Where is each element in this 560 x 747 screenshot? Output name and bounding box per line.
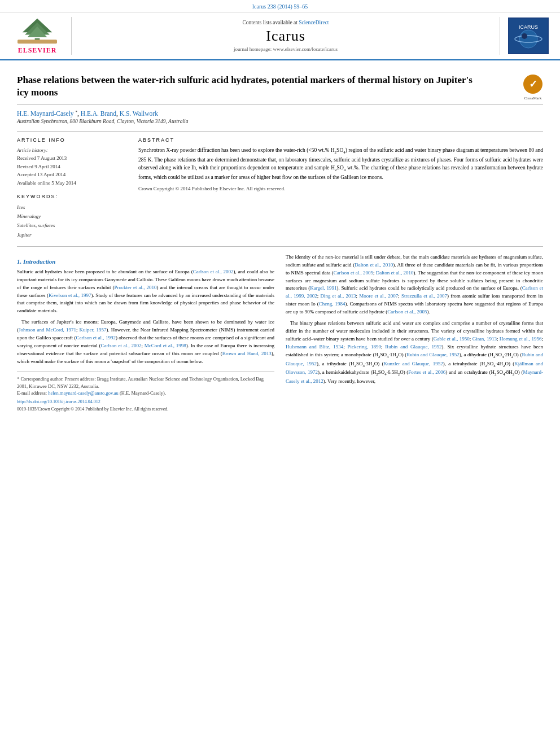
ref-dalton2010b[interactable]: Dalton et al., 2010: [376, 270, 414, 276]
ref-hulsmann1934[interactable]: Hulsmann and Blitz, 1934: [286, 344, 343, 350]
author-link-maynard-casely[interactable]: H.E. Maynard-Casely: [17, 110, 74, 117]
crossmark-label: CrossMark: [523, 96, 543, 101]
icarus-logo-icon: ICARUS: [508, 18, 549, 54]
contents-line: Contents lists available at ScienceDirec…: [242, 20, 329, 25]
available-date: Available online 5 May 2014: [17, 179, 127, 187]
ref-johnson1971[interactable]: Johnson and McCord, 1971: [19, 327, 76, 333]
ref-rubin1952b[interactable]: Rubin and Glauque, 1952: [406, 352, 459, 357]
ref-kuiper1957[interactable]: Kuiper, 1957: [79, 327, 106, 333]
right-col-text: The identity of the non-ice material is …: [286, 254, 543, 386]
ref-giran1913[interactable]: Giran, 1913: [473, 336, 497, 342]
ref-rubin1952[interactable]: Rubin and Glauque, 1952: [385, 344, 441, 350]
keywords-label: Keywords:: [17, 194, 127, 199]
svg-text:✓: ✓: [529, 78, 537, 90]
ref-hornung1956[interactable]: Hornung et al., 1956: [500, 336, 542, 342]
journal-name: Icarus: [266, 28, 305, 45]
footer-doi: http://dx.doi.org/10.1016/j.icarus.2014.…: [17, 399, 274, 404]
affiliation-line: Australian Synchrotron, 800 Blackburn Ro…: [17, 119, 543, 124]
ref-carlson2002[interactable]: Carlson et al., 2002: [193, 269, 234, 274]
received-date: Received 7 August 2013: [17, 154, 127, 162]
page-container: Icarus 238 (2014) 59–65 ELSEVIER Content…: [0, 0, 560, 747]
abstract-text: Synchrotron X-ray powder diffraction has…: [138, 146, 543, 193]
ref-kargel1991[interactable]: Kargel, 1991: [310, 285, 336, 291]
right-para1: The identity of the non-ice material is …: [286, 254, 543, 317]
footnote-email: E-mail address: helen.maynard-casely@ans…: [17, 390, 274, 397]
section1-heading: 1. Introduction: [17, 258, 274, 265]
abstract-label: ABSTRACT: [138, 137, 543, 143]
elsevier-tree-icon: [18, 17, 57, 45]
ref-carlson1992[interactable]: Carlson et al., 1992: [76, 335, 116, 340]
body-divider: [17, 246, 543, 247]
doi-link[interactable]: http://dx.doi.org/10.1016/j.icarus.2014.…: [17, 399, 100, 404]
history-label: Article history:: [17, 146, 127, 154]
ref-carlson2002b[interactable]: Carlson et al., 2002: [101, 343, 142, 348]
author-link-brand[interactable]: H.E.A. Brand: [81, 110, 116, 117]
intro-para2: The surfaces of Jupiter's ice moons; Eur…: [17, 318, 274, 366]
ref-cheng1984[interactable]: Cheng, 1984: [319, 301, 345, 307]
ref-kivelson1997[interactable]: Kivelson et al., 1997: [49, 292, 91, 298]
copyright-line: Crown Copyright © 2014 Published by Else…: [138, 185, 543, 193]
abstract-col: ABSTRACT Synchrotron X-ray powder diffra…: [138, 137, 543, 239]
ref-carlson2005[interactable]: Carlson et al., 2005: [334, 270, 373, 276]
article-info-col: ARTICLE INFO Article history: Received 7…: [17, 137, 127, 239]
authors-line: H.E. Maynard-Casely *, H.E.A. Brand, K.S…: [17, 110, 543, 117]
footnote-area: * Corresponding author. Present address:…: [17, 372, 274, 397]
ref-brown2013[interactable]: Brown and Hand, 2013: [222, 351, 272, 356]
keyword-satellites: Satellites, surfaces: [17, 221, 127, 230]
article-title: Phase relations between the water-rich s…: [17, 74, 480, 99]
elsevier-logo: ELSEVIER: [9, 17, 65, 55]
section1-text: Sulfuric acid hydrates have been propose…: [17, 268, 274, 366]
svg-point-10: [522, 33, 527, 39]
journal-header: ELSEVIER Contents lists available at Sci…: [0, 12, 560, 60]
ref-ding2013[interactable]: Ding et al., 2013: [320, 293, 356, 299]
article-body: Phase relations between the water-rich s…: [0, 60, 560, 417]
main-left-col: 1. Introduction Sulfuric acid hydrates h…: [17, 254, 274, 412]
crossmark-icon: ✓: [523, 74, 543, 94]
keyword-list: Ices Mineralogy Satellites, surfaces Jup…: [17, 203, 127, 239]
ref-gable1950[interactable]: Gable et al., 1950: [434, 336, 470, 342]
keyword-mineralogy: Mineralogy: [17, 212, 127, 221]
accepted-date: Accepted 13 April 2014: [17, 171, 127, 178]
ref-pickering1890[interactable]: Pickering, 1890: [347, 344, 381, 350]
journal-citation: Icarus 238 (2014) 59–65: [252, 3, 308, 10]
keywords-section: Keywords: Ices Mineralogy Satellites, su…: [17, 194, 127, 239]
main-right-col: The identity of the non-ice material is …: [286, 254, 543, 412]
ref-dalton2010[interactable]: Dalton et al., 2010: [355, 262, 393, 268]
and-conjunction: and: [449, 369, 456, 375]
ref-moore2007[interactable]: Moore et al., 2007: [359, 293, 398, 299]
svg-point-8: [519, 30, 537, 48]
ref-mccord1998[interactable]: McCord et al., 1998: [145, 343, 186, 348]
journal-title-area: Contents lists available at ScienceDirec…: [71, 17, 500, 55]
ref-kunzler1952[interactable]: Kunzler and Glauque, 1952: [383, 361, 443, 366]
crossmark-badge: ✓ CrossMark: [523, 74, 543, 94]
ref-fortes2006[interactable]: Fortes et al., 2006: [408, 369, 445, 375]
ref-prockter2010[interactable]: Prockter et al., 2010: [114, 285, 156, 290]
revised-date: Revised 9 April 2014: [17, 163, 127, 171]
top-bar: Icarus 238 (2014) 59–65: [0, 0, 560, 12]
article-history: Article history: Received 7 August 2013 …: [17, 146, 127, 187]
author-link-wallwork[interactable]: K.S. Wallwork: [120, 110, 158, 117]
footnote-star: * Corresponding author. Present address:…: [17, 375, 274, 390]
ref-carlson2005b[interactable]: Carlson et al., 2005: [387, 309, 427, 314]
keyword-ices: Ices: [17, 203, 127, 212]
email-link[interactable]: helen.maynard-casely@ansto.gov.au: [48, 390, 119, 396]
main-body-content: 1. Introduction Sulfuric acid hydrates h…: [17, 254, 543, 412]
right-para2: The binary phase relations between sulfu…: [286, 320, 543, 386]
footer-issn: 0019-1035/Crown Copyright © 2014 Publish…: [17, 407, 274, 412]
article-title-section: Phase relations between the water-rich s…: [17, 66, 543, 105]
svg-text:ICARUS: ICARUS: [519, 24, 538, 30]
journal-homepage: journal homepage: www.elsevier.com/locat…: [234, 46, 338, 52]
elsevier-brand-text: ELSEVIER: [18, 46, 57, 55]
icarus-logo-area: ICARUS: [506, 17, 551, 55]
ref-strazzulla2007[interactable]: Strazzulla et al., 2007: [401, 293, 447, 299]
abstract-paragraph: Synchrotron X-ray powder diffraction has…: [138, 146, 543, 182]
intro-para1: Sulfuric acid hydrates have been propose…: [17, 268, 274, 316]
svg-rect-4: [18, 40, 57, 43]
sciencedirect-link[interactable]: ScienceDirect: [299, 20, 329, 25]
keyword-jupiter: Jupiter: [17, 230, 127, 239]
article-info-label: ARTICLE INFO: [17, 137, 127, 143]
article-meta-two-col: ARTICLE INFO Article history: Received 7…: [17, 131, 543, 239]
